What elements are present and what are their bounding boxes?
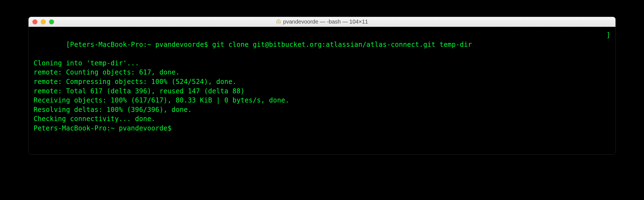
close-bracket: ]	[606, 31, 610, 59]
output-line: Resolving deltas: 100% (396/396), done.	[34, 105, 610, 115]
maximize-button[interactable]	[49, 19, 54, 24]
output-line: Cloning into 'temp-dir'...	[34, 59, 610, 68]
cursor	[176, 125, 180, 132]
window-title: pvandevoorde — -bash — 104×11	[283, 19, 368, 25]
open-bracket: [	[66, 41, 70, 48]
terminal-body[interactable]: [Peters-MacBook-Pro:~ pvandevoorde$ git …	[29, 27, 615, 154]
minimize-button[interactable]	[41, 19, 46, 24]
prompt-sep: :	[143, 41, 147, 48]
prompt-user: pvandevoorde	[155, 41, 204, 48]
prompt-dollar: $	[204, 41, 208, 48]
prompt-path: ~	[147, 41, 151, 48]
title-text-wrap: pvandevoorde — -bash — 104×11	[29, 19, 615, 25]
prompt-full: Peters-MacBook-Pro:~ pvandevoorde$	[34, 124, 176, 132]
command-line-2: Peters-MacBook-Pro:~ pvandevoorde$	[34, 124, 610, 133]
prompt-host: Peters-MacBook-Pro	[70, 41, 143, 48]
traffic-lights	[32, 19, 54, 24]
close-button[interactable]	[32, 19, 37, 24]
command-text: git clone git@bitbucket.org:atlassian/at…	[212, 41, 472, 48]
output-line: remote: Total 617 (delta 396), reused 14…	[34, 87, 610, 96]
output-line: remote: Counting objects: 617, done.	[34, 68, 610, 77]
output-line: Checking connectivity... done.	[34, 114, 610, 124]
output-line: Receiving objects: 100% (617/617), 80.33…	[34, 96, 610, 105]
home-icon	[276, 19, 281, 25]
output-line: remote: Compressing objects: 100% (524/5…	[34, 77, 610, 87]
command-line-1: [Peters-MacBook-Pro:~ pvandevoorde$ git …	[34, 31, 610, 59]
terminal-window: pvandevoorde — -bash — 104×11 [Peters-Ma…	[28, 17, 616, 155]
title-bar: pvandevoorde — -bash — 104×11	[29, 17, 615, 27]
